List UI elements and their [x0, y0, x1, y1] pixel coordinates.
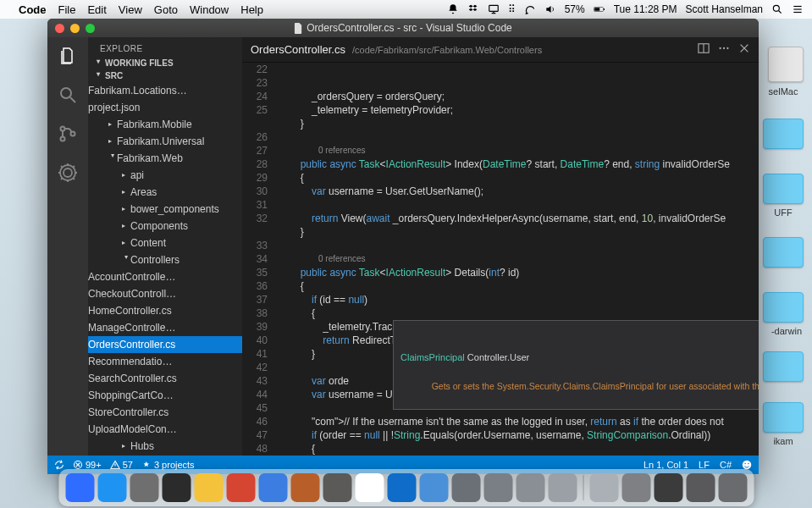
tree-file[interactable]: Fabrikam.Locations… — [88, 82, 242, 99]
code-line[interactable]: } — [278, 117, 759, 130]
notification-center-icon[interactable] — [792, 3, 804, 15]
tree-file[interactable]: project.json — [88, 99, 242, 116]
dock-app-icon[interactable] — [516, 473, 544, 502]
tree-folder[interactable]: ▸Components — [88, 218, 242, 235]
dock-app-icon[interactable] — [387, 473, 416, 502]
dock-app-icon[interactable] — [226, 473, 255, 502]
code-line[interactable]: var username = User.GetUserName(); — [278, 185, 759, 198]
codelens[interactable]: 0 references — [278, 144, 759, 157]
dock-app-icon[interactable] — [258, 473, 287, 502]
code-line[interactable]: { — [278, 306, 759, 320]
desktop-folder-2[interactable] — [763, 174, 804, 204]
tree-file[interactable]: CheckoutControll… — [88, 285, 242, 302]
dock-app-icon[interactable] — [548, 473, 577, 502]
battery-icon[interactable] — [594, 3, 605, 15]
dock-app-icon[interactable] — [718, 473, 747, 502]
codelens[interactable]: 0 references — [278, 252, 759, 266]
menu-file[interactable]: File — [58, 3, 76, 16]
window-titlebar[interactable]: OrdersController.cs - src - Visual Studi… — [47, 19, 759, 37]
tree-folder[interactable]: ▸Fabrikam.Mobile — [88, 116, 242, 133]
dock-app-icon[interactable] — [323, 473, 351, 502]
menu-view[interactable]: View — [119, 3, 142, 16]
code-line[interactable]: } — [278, 225, 759, 239]
tree-folder[interactable]: ▸Fabrikam.Web — [88, 150, 242, 167]
tree-file[interactable]: OrdersController.cs — [88, 336, 242, 353]
tree-folder[interactable]: ▸bower_components — [88, 201, 242, 218]
tree-file[interactable]: ShoppingCartCo… — [88, 387, 242, 404]
display-icon[interactable] — [488, 3, 500, 15]
tree-folder[interactable]: ▸Areas — [88, 184, 242, 201]
code-line[interactable]: public async Task<IActionResult> Details… — [278, 266, 759, 279]
code-line[interactable]: { — [278, 442, 759, 456]
code-line[interactable]: _ordersQuery = ordersQuery; — [278, 90, 759, 103]
close-window-button[interactable] — [55, 24, 64, 33]
status-sync[interactable] — [54, 460, 64, 470]
tree-folder[interactable]: ▸api — [88, 167, 242, 184]
code-line[interactable]: if (id == null) — [278, 293, 759, 306]
tree-file[interactable]: StoreController.cs — [88, 404, 242, 421]
dock-app-icon[interactable] — [162, 473, 191, 502]
dock-app-icon[interactable] — [194, 473, 223, 502]
dock-app-icon[interactable] — [589, 473, 618, 502]
dock-app-icon[interactable] — [621, 473, 650, 502]
tree-file[interactable]: HomeController.cs — [88, 302, 242, 319]
menu-help[interactable]: Help — [240, 3, 263, 16]
working-files-section[interactable]: WORKING FILES — [88, 57, 242, 69]
close-editor-icon[interactable] — [738, 42, 750, 58]
code-line[interactable]: return View(await _ordersQuery.IndexHelp… — [278, 212, 759, 225]
tree-folder[interactable]: ▸Controllers — [88, 251, 242, 268]
tree-file[interactable]: AccountControlle… — [88, 268, 242, 285]
dock-app-icon[interactable] — [654, 473, 682, 502]
notification-icon[interactable] — [447, 3, 459, 15]
spotlight-icon[interactable] — [771, 3, 783, 15]
tree-folder[interactable]: ▸Content — [88, 235, 242, 251]
code-text[interactable]: _ordersQuery = ordersQuery; _telemetry =… — [278, 63, 759, 456]
volume-icon[interactable] — [544, 3, 556, 15]
username[interactable]: Scott Hanselman — [686, 3, 763, 15]
code-line[interactable] — [278, 239, 759, 252]
refresh-icon[interactable] — [524, 3, 536, 15]
desktop-drive-icon[interactable] — [768, 47, 804, 82]
menu-goto[interactable]: Goto — [154, 3, 178, 16]
tree-folder[interactable]: ▸Hubs — [88, 438, 242, 455]
git-icon[interactable] — [58, 124, 78, 144]
dock-app-icon[interactable] — [65, 473, 94, 502]
dock-app-icon[interactable] — [686, 473, 715, 502]
debug-icon[interactable] — [58, 163, 78, 183]
code-line[interactable] — [278, 130, 759, 144]
desktop-folder-1[interactable] — [763, 119, 804, 149]
dock-app-icon[interactable] — [130, 473, 158, 502]
code-line[interactable]: if (order == null || !String.Equals(orde… — [278, 428, 759, 442]
tree-file[interactable]: UploadModelCon… — [88, 421, 242, 438]
dropbox-icon[interactable] — [467, 3, 479, 15]
code-line[interactable]: { — [278, 171, 759, 185]
search-icon[interactable] — [58, 85, 78, 105]
dock-app-icon[interactable] — [355, 473, 384, 502]
code-line[interactable] — [278, 198, 759, 212]
more-actions-icon[interactable] — [718, 42, 730, 58]
tree-file[interactable]: Recommendatio… — [88, 353, 242, 370]
desktop-folder-5[interactable] — [763, 351, 804, 382]
split-editor-icon[interactable] — [698, 42, 710, 58]
zoom-window-button[interactable] — [86, 24, 95, 33]
dock-app-icon[interactable] — [451, 473, 480, 502]
explorer-icon[interactable] — [58, 46, 78, 66]
dock-app-icon[interactable] — [290, 473, 319, 502]
dock-app-icon[interactable] — [419, 473, 448, 502]
minimize-window-button[interactable] — [70, 24, 80, 33]
tree-folder[interactable]: ▸Fabrikam.Universal — [88, 133, 242, 150]
dots-icon[interactable]: ⠿ — [508, 3, 516, 15]
code-line[interactable]: _telemetry = telemetryProvider; — [278, 103, 759, 117]
menu-edit[interactable]: Edit — [87, 3, 106, 16]
code-line[interactable]: public async Task<IActionResult> Index(D… — [278, 157, 759, 171]
menu-window[interactable]: Window — [190, 3, 229, 16]
src-section[interactable]: SRC — [88, 69, 242, 82]
desktop-folder-6[interactable] — [763, 402, 804, 433]
dock-app-icon[interactable] — [97, 473, 126, 502]
editor-content[interactable]: 2223242526272829303132333435363738394041… — [242, 63, 759, 456]
editor-tab-name[interactable]: OrdersController.cs — [251, 43, 345, 56]
desktop-folder-4[interactable] — [763, 292, 804, 323]
dock-app-icon[interactable] — [483, 473, 512, 502]
desktop-folder-3[interactable] — [763, 237, 804, 268]
clock[interactable]: Tue 11:28 PM — [614, 3, 677, 15]
